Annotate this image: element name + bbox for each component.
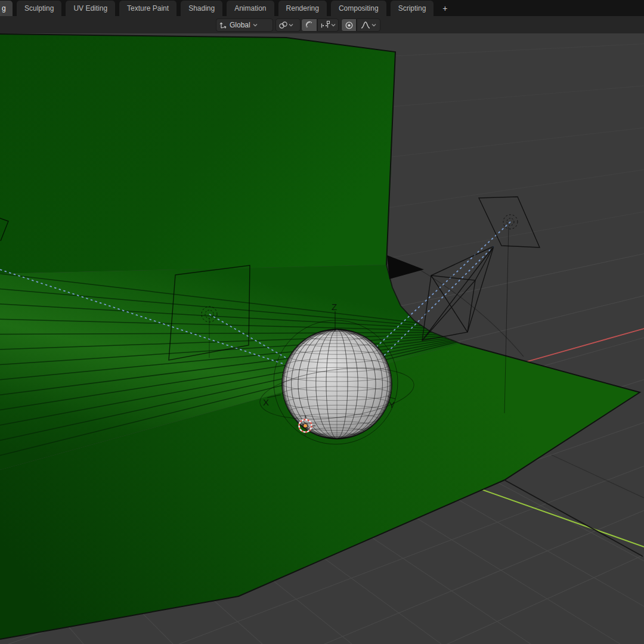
axis-label-z: Z	[332, 302, 337, 312]
falloff-curve-icon	[360, 20, 371, 30]
active-object-origin-dot	[304, 424, 306, 427]
tab-uv-editing[interactable]: UV Editing	[66, 1, 115, 16]
proportional-editing-toggle[interactable]	[341, 18, 357, 32]
chevron-down-icon	[330, 22, 336, 28]
transform-orientation-axes-icon	[219, 21, 228, 30]
magnet-icon	[305, 20, 314, 30]
pivot-point-icon	[278, 21, 288, 30]
viewport-header: Global	[0, 16, 644, 33]
tab-modeling-partial[interactable]: g	[0, 1, 13, 16]
tab-animation[interactable]: Animation	[227, 1, 274, 16]
tab-compositing[interactable]: Compositing	[331, 1, 386, 16]
snap-target-dropdown[interactable]	[317, 18, 339, 32]
tab-scripting[interactable]: Scripting	[391, 1, 434, 16]
workspace-tabbar: g Sculpting UV Editing Texture Paint Sha…	[0, 0, 644, 16]
axis-label-y: Y	[389, 400, 395, 410]
backdrop-wall[interactable]	[0, 34, 395, 274]
tab-rendering[interactable]: Rendering	[278, 1, 327, 16]
3d-viewport[interactable]: Z X Y	[0, 33, 644, 644]
transform-orientation-dropdown[interactable]: Global	[216, 18, 273, 32]
tab-sculpting[interactable]: Sculpting	[17, 1, 61, 16]
add-workspace-button[interactable]: +	[438, 1, 452, 16]
axis-label-x: X	[263, 397, 269, 407]
chevron-down-icon	[252, 22, 258, 28]
chevron-down-icon	[371, 22, 377, 28]
orientation-label: Global	[230, 21, 250, 29]
tab-shading[interactable]: Shading	[181, 1, 222, 16]
snap-increment-icon	[320, 20, 330, 30]
snap-toggle-button[interactable]	[301, 18, 317, 32]
chevron-down-icon	[288, 22, 294, 28]
pivot-point-dropdown[interactable]	[275, 18, 301, 32]
proportional-editing-dot-icon	[345, 21, 354, 30]
tab-texture-paint[interactable]: Texture Paint	[119, 1, 177, 16]
proportional-falloff-dropdown[interactable]	[357, 18, 380, 32]
